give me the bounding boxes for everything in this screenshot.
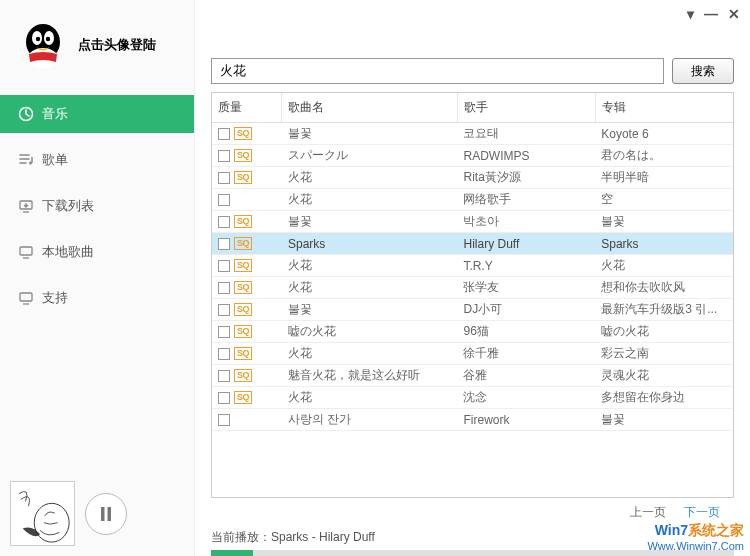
cell-artist: RADWIMPS (457, 147, 595, 165)
table-row[interactable]: SQ불꽃박초아불꽃 (212, 211, 733, 233)
table-row[interactable]: SQ嘘の火花96猫嘘の火花 (212, 321, 733, 343)
nav-support[interactable]: 支持 (0, 279, 194, 317)
cell-artist: Firework (457, 411, 595, 429)
cell-artist: 96猫 (457, 321, 595, 342)
next-page-link[interactable]: 下一页 (684, 504, 720, 521)
svg-rect-10 (20, 293, 32, 301)
sq-badge: SQ (234, 369, 252, 382)
cell-album: 灵魂火花 (595, 365, 733, 386)
download-icon (18, 198, 34, 214)
table-row[interactable]: SQ火花张学友想和你去吹吹风 (212, 277, 733, 299)
cell-album: 불꽃 (595, 211, 733, 232)
close-button[interactable]: ✕ (728, 6, 740, 22)
cell-name: 火花 (282, 387, 457, 408)
nav-label: 支持 (42, 289, 68, 307)
playlist-icon (18, 152, 34, 168)
row-checkbox[interactable] (218, 392, 230, 404)
table-row[interactable]: SQ火花T.R.Y火花 (212, 255, 733, 277)
cell-name: スパークル (282, 145, 457, 166)
cell-artist: 徐千雅 (457, 343, 595, 364)
cell-artist: Rita黃汐源 (457, 167, 595, 188)
table-row[interactable]: SQ불꽃코요태Koyote 6 (212, 123, 733, 145)
column-name[interactable]: 歌曲名 (282, 93, 458, 122)
cell-name: 불꽃 (282, 123, 457, 144)
results-table: 质量 歌曲名 歌手 专辑 SQ불꽃코요태Koyote 6SQスパークルRADWI… (211, 92, 734, 498)
support-icon (18, 290, 34, 306)
cell-album: 空 (595, 189, 733, 210)
sq-badge: SQ (234, 347, 252, 360)
avatar[interactable] (18, 20, 68, 70)
sq-badge: SQ (234, 281, 252, 294)
column-quality[interactable]: 质量 (212, 93, 282, 122)
search-button[interactable]: 搜索 (672, 58, 734, 84)
svg-rect-9 (20, 247, 32, 255)
sq-badge: SQ (234, 325, 252, 338)
row-checkbox[interactable] (218, 172, 230, 184)
search-input[interactable] (211, 58, 664, 84)
row-checkbox[interactable] (218, 128, 230, 140)
svg-point-4 (36, 37, 40, 41)
cell-album: 君の名は。 (595, 145, 733, 166)
column-artist[interactable]: 歌手 (458, 93, 596, 122)
cell-name: 嘘の火花 (282, 321, 457, 342)
menu-dropdown-icon[interactable]: ▾ (687, 6, 694, 22)
cell-artist: 张学友 (457, 277, 595, 298)
nav-label: 音乐 (42, 105, 68, 123)
sq-badge: SQ (234, 215, 252, 228)
cell-name: 火花 (282, 277, 457, 298)
cell-artist: 谷雅 (457, 365, 595, 386)
row-checkbox[interactable] (218, 304, 230, 316)
cell-album: Koyote 6 (595, 125, 733, 143)
row-checkbox[interactable] (218, 150, 230, 162)
table-row[interactable]: SQスパークルRADWIMPS君の名は。 (212, 145, 733, 167)
cell-artist: DJ小可 (457, 299, 595, 320)
row-checkbox[interactable] (218, 260, 230, 272)
row-checkbox[interactable] (218, 414, 230, 426)
prev-page-link[interactable]: 上一页 (630, 504, 666, 521)
table-row[interactable]: SQ火花网络歌手空 (212, 189, 733, 211)
cell-artist: 박초아 (457, 211, 595, 232)
table-row[interactable]: SQ魅音火花，就是这么好听谷雅灵魂火花 (212, 365, 733, 387)
table-row[interactable]: SQ火花徐千雅彩云之南 (212, 343, 733, 365)
nav-label: 下载列表 (42, 197, 94, 215)
cell-name: 火花 (282, 189, 457, 210)
cell-name: 불꽃 (282, 299, 457, 320)
svg-point-5 (46, 37, 50, 41)
svg-rect-14 (108, 507, 112, 521)
watermark: Win7系统之家 Www.Winwin7.Com (647, 522, 744, 552)
table-row[interactable]: SQ사랑의 잔가Firework불꽃 (212, 409, 733, 431)
sq-badge: SQ (234, 171, 252, 184)
column-album[interactable]: 专辑 (596, 93, 733, 122)
sq-badge: SQ (234, 127, 252, 140)
nav-label: 歌单 (42, 151, 68, 169)
cell-name: 불꽃 (282, 211, 457, 232)
play-pause-button[interactable] (85, 493, 127, 535)
table-row[interactable]: SQ火花Rita黃汐源半明半暗 (212, 167, 733, 189)
cell-name: 사랑의 잔가 (282, 409, 457, 430)
row-checkbox[interactable] (218, 326, 230, 338)
row-checkbox[interactable] (218, 348, 230, 360)
cell-artist: 网络歌手 (457, 189, 595, 210)
cell-artist: T.R.Y (457, 257, 595, 275)
table-row[interactable]: SQSparksHilary DuffSparks (212, 233, 733, 255)
table-row[interactable]: SQ火花沈念多想留在你身边 (212, 387, 733, 409)
nav-downloads[interactable]: 下载列表 (0, 187, 194, 225)
sq-badge: SQ (234, 303, 252, 316)
nav-local[interactable]: 本地歌曲 (0, 233, 194, 271)
row-checkbox[interactable] (218, 238, 230, 250)
cell-album: 多想留在你身边 (595, 387, 733, 408)
sq-badge: SQ (234, 237, 252, 250)
cell-name: 火花 (282, 343, 457, 364)
nav-playlist[interactable]: 歌单 (0, 141, 194, 179)
sq-badge: SQ (234, 391, 252, 404)
row-checkbox[interactable] (218, 216, 230, 228)
row-checkbox[interactable] (218, 370, 230, 382)
table-row[interactable]: SQ불꽃DJ小可最新汽车升级版3 引... (212, 299, 733, 321)
row-checkbox[interactable] (218, 282, 230, 294)
row-checkbox[interactable] (218, 194, 230, 206)
nav-music[interactable]: 音乐 (0, 95, 194, 133)
nav-label: 本地歌曲 (42, 243, 94, 261)
cell-album: 最新汽车升级版3 引... (595, 299, 733, 320)
svg-rect-13 (101, 507, 105, 521)
minimize-button[interactable]: — (704, 6, 718, 22)
